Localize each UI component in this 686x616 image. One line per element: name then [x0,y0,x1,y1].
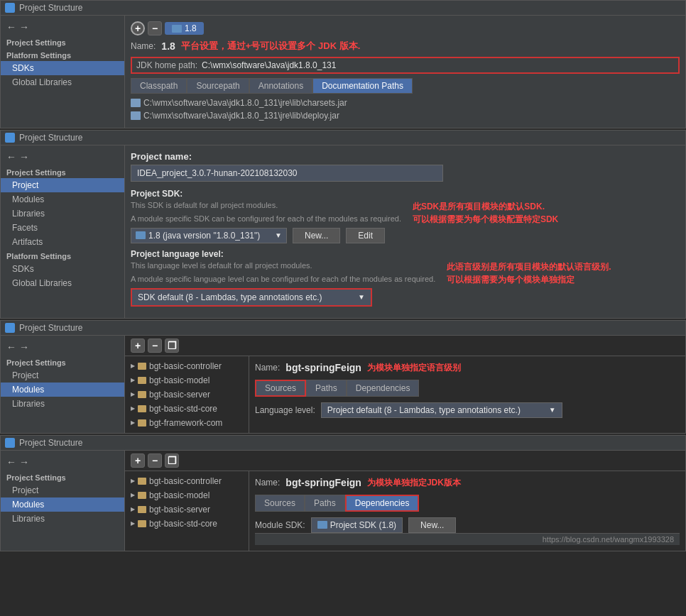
project-structure-icon4 [5,438,15,448]
name-label4: Name: [255,478,280,488]
tab-sources4[interactable]: Sources [255,495,305,512]
platform-settings-label1: Platform Settings [1,48,124,61]
sdk-desc-block: This SDK is default for all project modu… [131,200,401,228]
sidebar-item-libraries3[interactable]: Libraries [1,397,124,411]
panel3-split: ▶ bgt-basic-controller ▶ bgt-basic-model… [125,356,685,433]
tab-dependencies3[interactable]: Dependencies [347,380,420,397]
panel3-sidebar: ← → Project Settings Project Modules Lib… [1,336,125,433]
sdk-dropdown2[interactable]: 1.8 (java version "1.8.0_131") ▼ [131,228,287,243]
tri1: ▶ [131,363,135,369]
copy-module-btn3[interactable]: ❐ [165,339,179,353]
panel4-body: ← → Project Settings Project Modules Lib… [1,451,685,551]
sidebar-item-global-libraries1[interactable]: Global Libraries [1,75,124,89]
jdk-path-row1: JDK home path: C:\wmx\software\Java\jdk1… [131,57,680,74]
lang-annotation1: 此语言级别是所有项目模块的默认语言级别. [447,260,611,273]
sdk-annotation2: 可以根据需要为每个模块配置特定SDK [413,213,558,226]
folder-icon2 [138,377,146,384]
tab-paths4[interactable]: Paths [305,495,345,512]
module-item-framework3[interactable]: ▶ bgt-framework-com [125,416,249,430]
forward-arrow4[interactable]: → [19,456,29,468]
sidebar-item-libraries4[interactable]: Libraries [1,512,124,526]
forward-arrow3[interactable]: → [19,341,29,353]
tab-paths3[interactable]: Paths [306,380,347,397]
sdk-dropdown-icon [136,231,146,239]
back-arrow1[interactable]: ← [6,21,16,33]
panel4-tabs: Sources Paths Dependencies [255,495,680,512]
lang-dropdown2[interactable]: SDK default (8 - Lambdas, type annotatio… [131,288,372,307]
back-arrow2[interactable]: ← [6,151,16,163]
remove-module-btn3[interactable]: − [148,339,162,353]
module-item-server4[interactable]: ▶ bgt-basic-server [125,502,249,517]
lang-level-dropdown3[interactable]: Project default (8 - Lambdas, type annot… [321,402,562,418]
project-structure-icon1 [5,3,15,13]
panel1-name-row: Name: 1.8 平台设置，通过+号可以设置多个 JDK 版本. [131,40,680,53]
sidebar-item-global-libraries2[interactable]: Global Libraries [1,276,124,290]
back-arrow3[interactable]: ← [6,341,16,353]
sdk-annotation1: 此SDK是所有项目模块的默认SDK. [413,200,558,213]
sidebar-item-facets2[interactable]: Facets [1,221,124,235]
lang-title2: Project language level: [131,249,680,259]
sidebar-item-modules3[interactable]: Modules [1,383,124,397]
tab-classpath1[interactable]: Classpath [131,78,187,94]
sidebar-item-sdks1[interactable]: SDKs [1,61,124,75]
copy-module-btn4[interactable]: ❐ [165,453,179,468]
module-item-model4[interactable]: ▶ bgt-basic-model [125,488,249,502]
panel3-name-row: Name: bgt-springFeign 为模块单独指定语言级别 [255,362,680,374]
panel1-nav: ← → [1,18,124,35]
sdk-annotation-block: 此SDK是所有项目模块的默认SDK. 可以根据需要为每个模块配置特定SDK [413,200,558,228]
sidebar-item-artifacts2[interactable]: Artifacts [1,235,124,249]
sdk-new-btn2[interactable]: New... [293,228,340,243]
module-sdk-new-btn4[interactable]: New... [408,517,456,533]
project-settings-label1: Project Settings [1,35,124,48]
panel4-name-row: Name: bgt-springFeign 为模块单独指定JDK版本 [255,477,680,489]
lang-level-label3: Language level: [255,405,315,415]
project-settings-label4: Project Settings [1,471,124,483]
sidebar-item-modules2[interactable]: Modules [1,192,124,207]
add-module-btn3[interactable]: + [131,339,145,353]
lang-dropdown-chevron: ▼ [358,293,365,301]
remove-btn1[interactable]: − [148,21,162,35]
project-name-input2[interactable] [131,165,443,182]
sidebar-item-project4[interactable]: Project [1,483,124,497]
sdk-folder-icon4 [317,521,327,529]
panel2-main: Project name: Project SDK: This SDK is d… [125,145,685,318]
tri5: ▶ [131,419,135,426]
remove-module-btn4[interactable]: − [148,453,162,468]
forward-arrow2[interactable]: → [19,151,29,163]
module-item-controller4[interactable]: ▶ bgt-basic-controller [125,474,249,488]
lang-section2: Project language level: This language le… [131,249,680,307]
module-item-model3[interactable]: ▶ bgt-basic-model [125,373,249,387]
platform-settings-label2: Platform Settings [1,249,124,262]
tab-sourcepath1[interactable]: Sourcepath [187,78,249,94]
tab-documentation-paths1[interactable]: Documentation Paths [312,78,413,94]
tab-sources3[interactable]: Sources [255,380,306,397]
sidebar-item-sdks2[interactable]: SDKs [1,262,124,276]
forward-arrow1[interactable]: → [19,21,29,33]
lang-annotation-block: 此语言级别是所有项目模块的默认语言级别. 可以根据需要为每个模块单独指定 [447,260,611,288]
panel3-tabs: Sources Paths Dependencies [255,380,680,397]
sidebar-item-modules4[interactable]: Modules [1,497,124,512]
jdk-path-label1: JDK home path: [136,60,197,70]
module-item-server3[interactable]: ▶ bgt-basic-server [125,387,249,402]
panel3-main-wrapper: + − ❐ ▶ bgt-basic-controller ▶ bgt-basic… [125,336,685,433]
module-item-controller3[interactable]: ▶ bgt-basic-controller [125,359,249,373]
back-arrow4[interactable]: ← [6,456,16,468]
sdk-edit-btn2[interactable]: Edit [346,228,385,243]
tab-annotations1[interactable]: Annotations [249,78,312,94]
module-item-std-core3[interactable]: ▶ bgt-basic-std-core [125,402,249,416]
tab-dependencies4[interactable]: Dependencies [345,495,420,512]
file-icon2 [131,111,141,120]
panel4-sidebar: ← → Project Settings Project Modules Lib… [1,451,125,551]
panel1-body: ← → Project Settings Platform Settings S… [1,16,685,128]
sidebar-item-libraries2[interactable]: Libraries [1,207,124,221]
module-sdk-label4: Module SDK: [255,520,305,530]
panel2: Project Structure ← → Project Settings P… [0,130,686,319]
sidebar-item-project2[interactable]: Project [1,178,124,192]
sidebar-item-project3[interactable]: Project [1,368,124,383]
lang-desc1: This language level is default for all p… [131,260,435,271]
folder-icon3 [138,391,146,398]
add-module-btn4[interactable]: + [131,453,145,468]
annotation4: 为模块单独指定JDK版本 [367,477,461,489]
add-btn1[interactable]: + [131,21,145,35]
module-item-std-core4[interactable]: ▶ bgt-basic-std-core [125,517,249,531]
